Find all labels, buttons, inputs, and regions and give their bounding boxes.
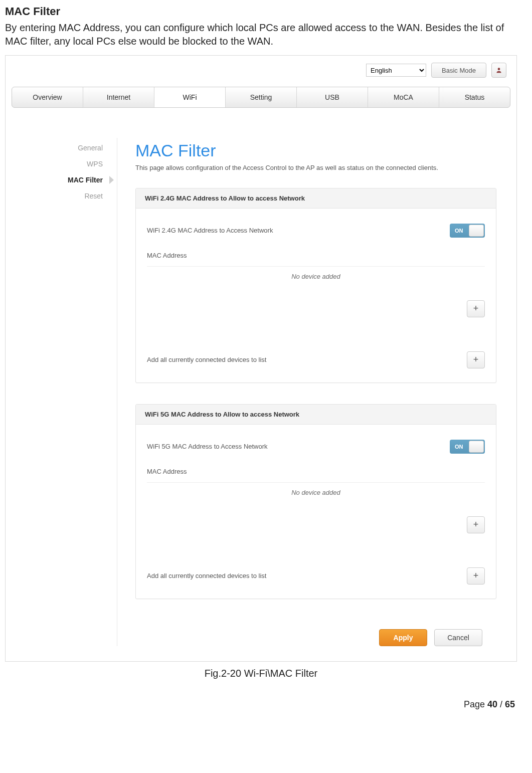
top-bar: English Basic Mode	[6, 56, 516, 87]
tab-overview[interactable]: Overview	[12, 87, 83, 107]
content-area: MAC Filter This page allows configuratio…	[117, 138, 510, 646]
page-prefix: Page	[464, 699, 487, 709]
row-24g-mac: MAC Address	[147, 245, 485, 267]
label-5g-mac: MAC Address	[147, 468, 485, 475]
plus-icon: +	[473, 303, 479, 314]
person-icon	[495, 67, 502, 74]
page-current: 40	[487, 699, 497, 709]
cancel-button[interactable]: Cancel	[434, 629, 482, 646]
main-nav: Overview Internet WiFi Setting USB MoCA …	[12, 87, 510, 108]
app-screenshot: English Basic Mode Overview Internet WiF…	[5, 55, 517, 662]
row-5g-mac: MAC Address	[147, 461, 485, 483]
tab-wifi[interactable]: WiFi	[154, 87, 226, 107]
panel-5g: WiFi 5G MAC Address to Allow to access N…	[135, 404, 496, 599]
add-all-5g-button[interactable]: +	[467, 567, 485, 585]
apply-button[interactable]: Apply	[379, 629, 427, 646]
doc-paragraph: By entering MAC Address, you can configu…	[5, 21, 517, 48]
plus-icon: +	[473, 570, 479, 581]
tab-setting[interactable]: Setting	[226, 87, 297, 107]
sidebar-item-mac-filter[interactable]: MAC Filter	[12, 172, 117, 188]
panel-24g-header: WiFi 2.4G MAC Address to Allow to access…	[136, 188, 496, 209]
row-24g-add-all: Add all currently connected devices to l…	[147, 321, 485, 371]
label-24g-add-all: Add all currently connected devices to l…	[147, 356, 266, 363]
row-5g-add-all: Add all currently connected devices to l…	[147, 537, 485, 588]
toggle-5g-text: ON	[455, 444, 463, 450]
row-24g-access: WiFi 2.4G MAC Address to Access Network …	[147, 217, 485, 245]
sidebar: General WPS MAC Filter Reset	[12, 138, 117, 646]
sidebar-item-wps[interactable]: WPS	[12, 156, 117, 172]
tab-internet[interactable]: Internet	[83, 87, 154, 107]
label-5g-add-all: Add all currently connected devices to l…	[147, 572, 266, 579]
add-device-24g-button[interactable]: +	[467, 300, 485, 317]
toggle-knob	[469, 441, 484, 453]
label-24g-access: WiFi 2.4G MAC Address to Access Network	[147, 227, 450, 234]
panel-5g-header: WiFi 5G MAC Address to Allow to access N…	[136, 405, 496, 425]
user-icon[interactable]	[491, 63, 506, 78]
toggle-24g[interactable]: ON	[450, 224, 485, 238]
page-description: This page allows configuration of the Ac…	[135, 163, 456, 173]
sidebar-item-reset[interactable]: Reset	[12, 188, 117, 204]
add-device-5g-button[interactable]: +	[467, 516, 485, 533]
page-total: 65	[505, 699, 515, 709]
toggle-5g[interactable]: ON	[450, 440, 485, 454]
svg-point-0	[498, 68, 500, 70]
row-5g-access: WiFi 5G MAC Address to Access Network ON	[147, 433, 485, 461]
page-footer: Page 40 / 65	[5, 699, 517, 710]
action-bar: Apply Cancel	[135, 620, 496, 646]
toggle-24g-text: ON	[455, 228, 463, 234]
tab-usb[interactable]: USB	[297, 87, 368, 107]
panel-24g: WiFi 2.4G MAC Address to Allow to access…	[135, 188, 496, 383]
plus-icon: +	[473, 354, 479, 365]
language-select[interactable]: English	[366, 64, 426, 77]
doc-heading: MAC Filter	[5, 5, 517, 18]
no-device-5g: No device added	[147, 483, 485, 501]
label-24g-mac: MAC Address	[147, 252, 485, 259]
figure-caption: Fig.2-20 Wi-Fi\MAC Filter	[5, 668, 517, 679]
label-5g-access: WiFi 5G MAC Address to Access Network	[147, 443, 450, 450]
plus-icon: +	[473, 519, 479, 530]
basic-mode-button[interactable]: Basic Mode	[431, 63, 486, 78]
tab-moca[interactable]: MoCA	[368, 87, 439, 107]
toggle-knob	[469, 225, 484, 237]
tab-status[interactable]: Status	[439, 87, 510, 107]
page-sep: /	[497, 699, 505, 709]
page-title: MAC Filter	[135, 141, 496, 160]
sidebar-item-general[interactable]: General	[12, 140, 117, 156]
add-all-24g-button[interactable]: +	[467, 351, 485, 368]
no-device-24g: No device added	[147, 267, 485, 285]
